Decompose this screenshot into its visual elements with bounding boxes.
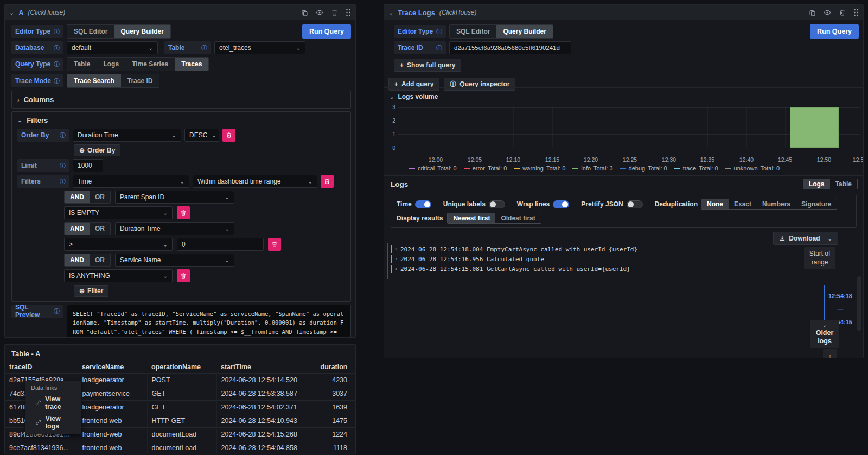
add-order-by-button[interactable]: ⊕ Order By [74,144,120,156]
column-header-starttime[interactable]: startTime [216,361,309,374]
trace-id-option[interactable]: Trace ID [121,74,159,87]
filter-field-select[interactable]: Duration Time⌄ [115,222,234,235]
query-type-timeseries[interactable]: Time Series [125,58,175,71]
info-icon[interactable]: ⓘ [201,44,207,52]
query-builder-option[interactable]: Query Builder [496,25,552,38]
legend-item[interactable]: debugTotal: 0 [620,165,667,172]
filter-field-select[interactable]: Service Name⌄ [115,254,234,267]
legend-item[interactable]: unknownTotal: 0 [725,165,780,172]
column-header-operationname[interactable]: operationName [147,361,216,374]
info-icon[interactable]: ⓘ [54,44,60,52]
info-logs-bar[interactable] [790,107,839,148]
download-button[interactable]: Download ⌄ [773,232,838,245]
add-filter-button[interactable]: ⊕ Filter [74,285,108,297]
trash-icon[interactable] [839,9,846,16]
view-trace-link[interactable]: View trace [25,393,81,413]
copy-icon[interactable] [301,9,308,16]
dedup-signature-option[interactable]: Signature [796,199,837,209]
filter-operator-select[interactable]: IS ANYTHING⌄ [64,269,173,282]
legend-item[interactable]: infoTotal: 3 [572,165,612,172]
column-header-servicename[interactable]: serviceName [78,361,147,374]
trace-search-option[interactable]: Trace Search [67,74,121,87]
and-option[interactable]: AND [65,254,90,266]
and-option[interactable]: AND [65,223,90,235]
info-icon[interactable]: ⓘ [54,77,60,85]
oldest-first-option[interactable]: Oldest first [495,213,540,223]
sql-editor-option[interactable]: SQL Editor [450,25,496,38]
log-row[interactable]: › 2024-06-28 12:54:15.081 GetCartAsync c… [391,264,809,273]
scroll-to-top-button[interactable]: ↑ [823,349,837,358]
chevron-down-icon[interactable]: ⌄ [9,9,14,16]
logs-volume-toggle[interactable]: ⌄ Logs volume [390,93,438,100]
info-icon[interactable]: ⓘ [60,162,66,170]
show-full-query-button[interactable]: + Show full query [394,59,461,72]
drag-handle-icon[interactable] [346,9,351,16]
trace-logs-header[interactable]: ⌄ Trace Logs (ClickHouse) [384,5,863,20]
filter-value-input[interactable]: 0 [177,238,264,251]
info-icon[interactable]: ⓘ [436,28,442,36]
limit-input[interactable]: 1000 [73,159,103,172]
plot-area[interactable] [398,102,860,156]
log-row[interactable]: › 2024-06-28 12:54:16.956 Calculated quo… [391,255,809,263]
wrap-lines-toggle[interactable] [553,200,569,208]
legend-item[interactable]: errorTotal: 0 [464,165,507,172]
prettify-json-toggle[interactable] [627,200,643,208]
newest-first-option[interactable]: Newest first [448,213,495,223]
scrollbar[interactable] [857,276,861,331]
legend-item[interactable]: warningTotal: 0 [514,165,565,172]
filter-time-range-select[interactable]: Within dashboard time range⌄ [193,175,317,188]
or-option[interactable]: OR [90,191,110,203]
unique-labels-toggle[interactable] [489,200,505,208]
run-query-button[interactable]: Run Query [810,24,859,39]
run-query-button[interactable]: Run Query [302,24,351,39]
column-header-duration[interactable]: duration [309,361,355,374]
eye-icon[interactable] [824,9,831,16]
dedup-numbers-option[interactable]: Numbers [757,199,796,209]
info-icon[interactable]: ⓘ [54,28,60,36]
info-icon[interactable]: ⓘ [54,307,60,315]
legend-item[interactable]: traceTotal: 0 [674,165,718,172]
order-by-field-select[interactable]: Duration Time⌄ [73,129,181,142]
remove-filter-button[interactable] [177,206,190,219]
and-option[interactable]: AND [65,191,90,203]
filter-time-field-select[interactable]: Time⌄ [73,175,189,188]
panel-a-header[interactable]: ⌄ A (ClickHouse) [5,5,355,20]
columns-section-toggle[interactable]: › Columns [17,94,345,105]
dedup-none-option[interactable]: None [701,199,729,209]
trace-id-link[interactable]: 9ce7acf81341936... [5,441,78,455]
info-icon[interactable]: ⓘ [60,131,66,140]
remove-order-by-button[interactable] [222,129,235,142]
filter-field-select[interactable]: Parent Span ID⌄ [115,191,234,204]
chevron-down-icon[interactable]: ⌄ [388,9,393,16]
info-icon[interactable]: ⓘ [60,178,66,186]
query-builder-option[interactable]: Query Builder [114,25,170,38]
or-option[interactable]: OR [90,254,110,266]
chevron-right-icon[interactable]: › [395,266,397,271]
copy-icon[interactable] [809,9,816,16]
logs-view-option[interactable]: Logs [803,179,830,189]
or-option[interactable]: OR [90,223,110,235]
remove-time-filter-button[interactable] [321,175,334,188]
query-type-traces[interactable]: Traces [175,58,208,71]
eye-icon[interactable] [316,9,323,16]
remove-filter-button[interactable] [268,238,281,251]
info-icon[interactable]: ⓘ [54,60,60,68]
table-select[interactable]: otel_traces⌄ [214,41,305,54]
legend-item[interactable]: criticalTotal: 0 [409,165,457,172]
query-inspector-button[interactable]: ⓘ Query inspector [444,78,515,91]
chevron-right-icon[interactable]: › [395,256,397,262]
log-row[interactable]: › 2024-06-28 12:54:18.004 EmptyCartAsync… [391,245,809,254]
drag-handle-icon[interactable] [853,9,859,16]
time-toggle[interactable] [415,200,431,208]
query-type-table[interactable]: Table [67,58,97,71]
view-logs-link[interactable]: View logs [25,413,81,432]
table-view-option[interactable]: Table [830,179,857,189]
older-logs-button[interactable]: ⌄ Older logs [810,320,839,348]
filter-operator-select[interactable]: IS EMPTY⌄ [64,206,173,219]
filters-section-toggle[interactable]: ⌄ Filters [17,115,345,125]
column-header-traceid[interactable]: traceID [5,361,78,374]
query-type-logs[interactable]: Logs [97,58,125,71]
trace-id-input[interactable]: d2a7155ef6a928a05680e5ff6190241d [449,41,571,54]
sql-editor-option[interactable]: SQL Editor [67,25,114,38]
database-select[interactable]: default⌄ [67,41,158,54]
